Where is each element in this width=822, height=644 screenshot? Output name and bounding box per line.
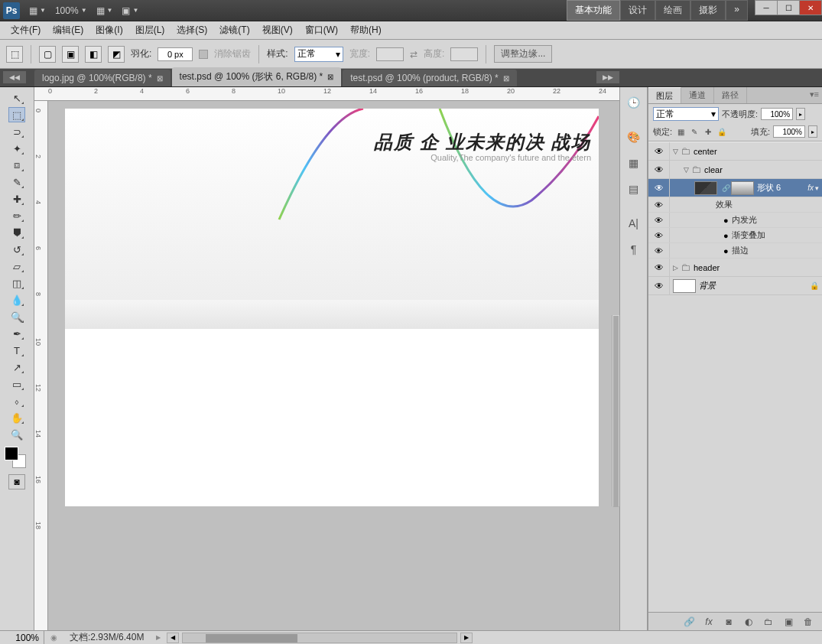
workspace-design-tab[interactable]: 设计 — [620, 0, 655, 21]
layer-group-clear[interactable]: 👁 ▽ 🗀 clear — [648, 161, 822, 179]
type-tool[interactable]: T — [8, 343, 25, 358]
new-group-icon[interactable]: 🗀 — [762, 616, 775, 628]
expand-icon[interactable]: ▽ — [673, 148, 681, 155]
opacity-input[interactable]: 100% — [761, 108, 793, 120]
workspace-paint-tab[interactable]: 绘画 — [655, 0, 690, 21]
tab-layers[interactable]: 图层 — [648, 87, 681, 103]
blend-mode-select[interactable]: 正常▾ — [653, 107, 719, 121]
new-layer-icon[interactable]: ▣ — [782, 616, 794, 628]
menu-filter[interactable]: 滤镜(T) — [213, 21, 255, 39]
delete-layer-icon[interactable]: 🗑 — [802, 616, 814, 628]
shape-tool[interactable]: ▭ — [8, 376, 25, 392]
lock-position-icon[interactable]: ✚ — [703, 126, 713, 137]
close-icon[interactable]: ⊠ — [157, 74, 163, 83]
dodge-tool[interactable]: 🔍 — [8, 309, 25, 324]
fill-input[interactable]: 100% — [773, 125, 805, 138]
swatches-panel-icon[interactable]: ▦ — [624, 153, 644, 173]
hscroll-left-button[interactable]: ◀ — [167, 633, 179, 643]
close-icon[interactable]: ⊠ — [327, 73, 333, 81]
layer-effects-label[interactable]: fx — [807, 184, 814, 192]
brush-tool[interactable]: ✏ — [8, 208, 25, 223]
tab-channels[interactable]: 通道 — [681, 87, 714, 103]
vector-mask-thumbnail[interactable] — [731, 181, 754, 195]
layer-mask-icon[interactable]: ◙ — [723, 616, 735, 628]
minimize-button[interactable]: ─ — [755, 0, 778, 15]
doctab-1[interactable]: test.psd @ 100% (形状 6, RGB/8) *⊠ — [172, 67, 342, 86]
hscroll-right-button[interactable]: ▶ — [460, 633, 473, 643]
doctabs-expand-right[interactable]: ▶▶ — [596, 71, 619, 83]
selection-intersect-icon[interactable]: ◩ — [108, 46, 125, 63]
visibility-toggle[interactable]: 👁 — [648, 142, 670, 160]
workspace-photo-tab[interactable]: 摄影 — [690, 0, 726, 21]
expand-icon[interactable]: ▷ — [673, 264, 681, 272]
menu-layer[interactable]: 图层(L) — [129, 21, 171, 39]
status-popup-icon[interactable]: ◉ — [44, 633, 63, 642]
healing-tool[interactable]: ✚ — [8, 191, 25, 207]
title-zoom-dropdown[interactable]: 100%▼ — [50, 4, 92, 18]
lock-pixels-icon[interactable]: ✎ — [689, 126, 700, 137]
zoom-level-input[interactable]: 100% — [0, 631, 44, 644]
workspace-more-button[interactable]: » — [726, 0, 748, 21]
lock-all-icon[interactable]: 🔒 — [716, 126, 727, 137]
adjustment-layer-icon[interactable]: ◐ — [742, 616, 755, 628]
visibility-toggle[interactable]: 👁 — [648, 277, 670, 294]
tab-paths[interactable]: 路径 — [714, 87, 747, 103]
eraser-tool[interactable]: ▱ — [8, 259, 25, 274]
layer-background[interactable]: 👁 背景 🔒 — [648, 277, 822, 295]
selection-new-icon[interactable]: ▢ — [39, 46, 56, 63]
menu-help[interactable]: 帮助(H) — [344, 21, 388, 39]
menu-file[interactable]: 文件(F) — [5, 21, 47, 39]
antialias-checkbox[interactable] — [199, 50, 208, 59]
blur-tool[interactable]: 💧 — [8, 292, 25, 307]
close-button[interactable]: ✕ — [799, 0, 822, 15]
menu-image[interactable]: 图像(I) — [89, 21, 128, 39]
doctab-2[interactable]: test.psd @ 100% (product, RGB/8) *⊠ — [343, 70, 517, 86]
canvas[interactable]: 品质 企 业未来的决 战场 Quality,The company's futu… — [48, 101, 619, 630]
canvas-vertical-scrollbar[interactable] — [612, 315, 619, 506]
screen-mode-dropdown[interactable]: ▣▼ — [117, 4, 143, 18]
path-select-tool[interactable]: ↗ — [8, 359, 25, 375]
move-tool[interactable]: ↖ — [8, 90, 25, 106]
history-panel-icon[interactable]: 🕒 — [624, 93, 644, 112]
status-menu-arrow[interactable]: ▶ — [150, 634, 167, 641]
doc-arrangement-dropdown[interactable]: ▦▼ — [24, 4, 50, 18]
styles-panel-icon[interactable]: ▤ — [624, 179, 644, 199]
zoom-tool[interactable]: 🔍 — [8, 427, 25, 442]
fill-slider-arrow[interactable]: ▸ — [808, 125, 817, 138]
document-info[interactable]: 文档:2.93M/6.40M — [63, 631, 150, 644]
layer-effects-header[interactable]: 👁效果 — [648, 197, 822, 213]
layer-thumbnail[interactable] — [694, 181, 717, 195]
hand-tool[interactable]: ✋ — [8, 410, 25, 425]
horizontal-scrollbar[interactable] — [182, 633, 457, 643]
effect-gradient-overlay[interactable]: 👁●渐变叠加 — [648, 228, 822, 243]
layer-shape-6[interactable]: 👁 🔗 形状 6 fx ▾ — [648, 179, 822, 197]
doctabs-expand-left[interactable]: ◀◀ — [3, 71, 26, 83]
maximize-button[interactable]: ☐ — [777, 0, 800, 15]
visibility-toggle[interactable]: 👁 — [648, 213, 670, 227]
workspace-essentials-tab[interactable]: 基本功能 — [567, 0, 620, 21]
foreground-color-swatch[interactable] — [5, 447, 18, 460]
marquee-tool[interactable]: ⬚ — [8, 107, 25, 122]
history-brush-tool[interactable]: ↺ — [8, 242, 25, 257]
visibility-toggle[interactable]: 👁 — [648, 161, 670, 178]
visibility-toggle[interactable]: 👁 — [648, 197, 670, 212]
horizontal-ruler[interactable]: 0 2 4 6 8 10 12 14 16 18 20 22 24 — [34, 87, 619, 101]
refine-edge-button[interactable]: 调整边缘... — [494, 45, 552, 63]
doctab-0[interactable]: logo.jpg @ 100%(RGB/8) *⊠ — [34, 70, 171, 86]
chevron-down-icon[interactable]: ▾ — [815, 184, 819, 192]
opacity-slider-arrow[interactable]: ▸ — [796, 108, 805, 120]
visibility-toggle[interactable]: 👁 — [648, 259, 670, 276]
expand-icon[interactable]: ▽ — [684, 166, 691, 174]
lasso-tool[interactable]: ⊃ — [8, 124, 25, 139]
visibility-toggle[interactable]: 👁 — [648, 179, 670, 197]
magic-wand-tool[interactable]: ✦ — [8, 141, 25, 156]
menu-select[interactable]: 选择(S) — [171, 21, 213, 39]
swap-wh-icon[interactable]: ⇄ — [410, 49, 417, 60]
visibility-toggle[interactable]: 👁 — [648, 243, 670, 258]
view-options-dropdown[interactable]: ▦▼ — [92, 4, 118, 18]
pen-tool[interactable]: ✒ — [8, 326, 25, 341]
gradient-tool[interactable]: ◫ — [8, 275, 25, 291]
style-select[interactable]: 正常▾ — [294, 47, 343, 62]
current-tool-icon[interactable]: ⬚ — [6, 46, 23, 63]
color-panel-icon[interactable]: 🎨 — [624, 127, 644, 147]
